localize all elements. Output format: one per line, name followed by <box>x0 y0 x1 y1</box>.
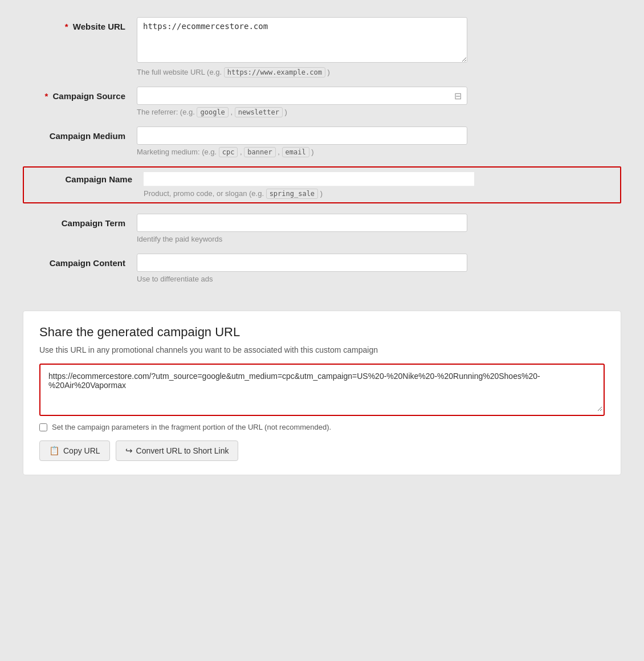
clipboard-icon: 📋 <box>49 446 60 456</box>
fragment-checkbox-label: Set the campaign parameters in the fragm… <box>52 423 331 431</box>
generated-url-textarea[interactable]: https://ecommercestore.com/?utm_source=g… <box>42 366 602 411</box>
share-section: Share the generated campaign URL Use thi… <box>23 311 621 475</box>
campaign-content-label: Campaign Content <box>23 254 137 268</box>
medium-hint-code-1: cpc <box>219 147 238 157</box>
campaign-source-row: * Campaign Source google ⊟ The referrer:… <box>23 87 621 116</box>
share-description: Use this URL in any promotional channels… <box>39 345 605 354</box>
website-url-hint: The full website URL (e.g. https://www.e… <box>137 68 467 76</box>
link-icon: ↪ <box>125 446 133 456</box>
campaign-term-hint: Identify the paid keywords <box>137 235 467 243</box>
campaign-content-row: Campaign Content Use to differentiate ad… <box>23 254 621 283</box>
campaign-medium-row: Campaign Medium cpc Marketing medium: (e… <box>23 127 621 156</box>
name-hint-code: spring_sale <box>266 189 318 199</box>
campaign-medium-field-wrapper: cpc Marketing medium: (e.g. cpc , banner… <box>137 127 621 156</box>
required-star: * <box>65 22 68 31</box>
copy-url-button[interactable]: 📋 Copy URL <box>39 440 110 461</box>
convert-url-button[interactable]: ↪ Convert URL to Short Link <box>116 440 239 461</box>
campaign-name-field-wrapper: US - Nike - Running Shoes - Air Vapormax… <box>144 171 614 199</box>
list-icon: ⊟ <box>454 91 462 101</box>
generated-url-box: https://ecommercestore.com/?utm_source=g… <box>39 364 605 416</box>
campaign-content-input[interactable] <box>137 254 467 272</box>
campaign-term-field-wrapper: Identify the paid keywords <box>137 214 621 243</box>
campaign-source-field-wrapper: google ⊟ The referrer: (e.g. google , ne… <box>137 87 621 116</box>
campaign-term-row: Campaign Term Identify the paid keywords <box>23 214 621 243</box>
campaign-medium-hint: Marketing medium: (e.g. cpc , banner , e… <box>137 148 467 156</box>
website-url-row: * Website URL https://ecommercestore.com… <box>23 17 621 76</box>
share-title: Share the generated campaign URL <box>39 325 605 340</box>
fragment-checkbox[interactable] <box>39 423 47 431</box>
campaign-medium-label: Campaign Medium <box>23 127 137 141</box>
campaign-source-hint: The referrer: (e.g. google , newsletter … <box>137 108 467 116</box>
campaign-name-inner: Campaign Name US - Nike - Running Shoes … <box>30 171 614 199</box>
campaign-content-hint: Use to differentiate ads <box>137 275 467 283</box>
campaign-name-row: Campaign Name US - Nike - Running Shoes … <box>23 166 621 203</box>
source-hint-code-2: newsletter <box>235 107 283 117</box>
campaign-content-field-wrapper: Use to differentiate ads <box>137 254 621 283</box>
campaign-term-input[interactable] <box>137 214 467 232</box>
fragment-checkbox-row: Set the campaign parameters in the fragm… <box>39 423 605 431</box>
campaign-source-input-wrapper: google ⊟ <box>137 87 467 105</box>
campaign-source-input[interactable]: google <box>137 87 467 105</box>
medium-hint-code-2: banner <box>244 147 275 157</box>
button-row: 📋 Copy URL ↪ Convert URL to Short Link <box>39 440 605 461</box>
campaign-name-input[interactable]: US - Nike - Running Shoes - Air Vapormax <box>144 172 474 186</box>
campaign-name-hint: Product, promo code, or slogan (e.g. spr… <box>144 189 474 198</box>
required-star-2: * <box>44 91 48 101</box>
campaign-term-label: Campaign Term <box>23 214 137 228</box>
website-url-field-wrapper: https://ecommercestore.com The full webs… <box>137 17 621 76</box>
website-url-label: * Website URL <box>23 17 137 31</box>
medium-hint-code-3: email <box>282 147 309 157</box>
source-hint-code-1: google <box>197 107 228 117</box>
website-url-input[interactable]: https://ecommercestore.com <box>137 17 467 63</box>
campaign-medium-input[interactable]: cpc <box>137 127 467 145</box>
campaign-source-label: * Campaign Source <box>23 87 137 101</box>
campaign-name-label: Campaign Name <box>30 171 144 184</box>
website-url-hint-code: https://www.example.com <box>224 67 325 77</box>
